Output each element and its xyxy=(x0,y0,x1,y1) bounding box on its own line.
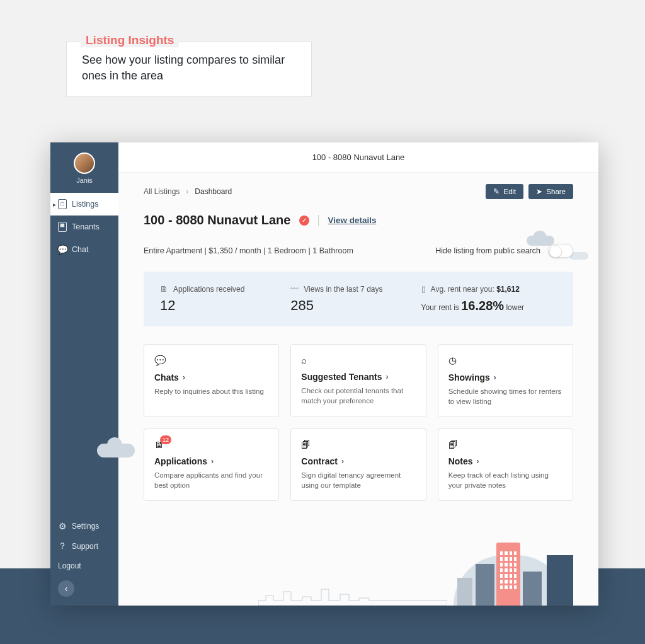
user-name: Janis xyxy=(50,176,118,184)
chevron-right-icon: › xyxy=(477,457,479,466)
sidebar: Janis □ Listings ▀ Tenants 💬 Chat ⚙ Sett… xyxy=(50,142,118,606)
hide-listing-toggle[interactable] xyxy=(548,244,573,258)
card-desc: Keep track of each listing using your pr… xyxy=(448,470,562,490)
chevron-right-icon: › xyxy=(341,457,344,466)
app-window: Janis □ Listings ▀ Tenants 💬 Chat ⚙ Sett… xyxy=(50,142,598,606)
avatar-icon xyxy=(74,152,95,174)
stat-avg-rent: ▯ Avg. rent near you: $1,612 Your rent i… xyxy=(421,284,557,314)
breadcrumb-current: Dashboard xyxy=(195,187,232,196)
card-title: Showings xyxy=(448,372,490,382)
primary-nav: □ Listings ▀ Tenants 💬 Chat xyxy=(50,193,118,261)
chevron-right-icon: › xyxy=(494,373,496,382)
contract-icon: 🗐 xyxy=(301,439,311,450)
building-icon: ▯ xyxy=(421,284,426,294)
rent-pct: 16.28% xyxy=(461,299,504,313)
title-row: 100 - 8080 Nunavut Lane ✓ View details xyxy=(144,213,573,227)
header-row: All Listings › Dashboard ✎ Edit ➤ Share xyxy=(144,184,573,199)
insights-description: See how your listing compares to similar… xyxy=(82,52,296,84)
trend-icon: 〰 xyxy=(290,284,299,294)
stat-label: Applications received xyxy=(173,285,244,294)
card-desc: Compare applicants and find your best op… xyxy=(154,470,268,490)
cloud-icon xyxy=(97,444,135,457)
stat-label: Avg. rent near you: xyxy=(431,285,494,294)
sidebar-item-support[interactable]: ？ Support xyxy=(50,536,118,556)
insights-title: Listing Insights xyxy=(81,33,179,47)
verified-badge-icon: ✓ xyxy=(299,216,309,226)
avg-rent-value: $1,612 xyxy=(496,285,520,294)
breadcrumb: All Listings › Dashboard xyxy=(144,187,232,196)
card-desc: Sign digital tenancy agreement using our… xyxy=(301,470,415,490)
card-showings[interactable]: ◷ Showings › Schedule showing times for … xyxy=(438,344,573,417)
stat-value: 12 xyxy=(160,297,278,314)
sidebar-item-label: Settings xyxy=(72,522,99,531)
card-contract[interactable]: 🗐 Contract › Sign digital tenancy agreem… xyxy=(290,428,426,501)
gear-icon: ⚙ xyxy=(58,521,67,531)
rent-comparison: Your rent is 16.28% lower xyxy=(421,299,557,313)
divider xyxy=(318,215,319,226)
card-desc: Schedule showing times for renters to vi… xyxy=(448,386,562,406)
chat-icon: 💬 xyxy=(58,244,67,255)
card-desc: Reply to inquiries about this listing xyxy=(154,386,268,396)
card-notes[interactable]: 🗐 Notes › Keep track of each listing usi… xyxy=(438,428,573,501)
badge-count: 12 xyxy=(160,435,171,444)
card-chats[interactable]: 💬 Chats › Reply to inquiries about this … xyxy=(144,344,279,417)
avatar-zone[interactable]: Janis xyxy=(50,142,118,193)
clock-icon: ◷ xyxy=(448,355,457,366)
cards-grid: 💬 Chats › Reply to inquiries about this … xyxy=(144,344,573,501)
chevron-right-icon: › xyxy=(211,457,214,466)
meta-row: Entire Apartment | $1,350 / month | 1 Be… xyxy=(144,244,573,258)
stat-views: 〰 Views in the last 7 days 285 xyxy=(290,284,408,314)
button-label: Share xyxy=(546,188,566,195)
card-suggested-tenants[interactable]: ⌕ Suggested Tenants › Check out potentia… xyxy=(290,344,426,417)
sidebar-item-label: Chat xyxy=(72,245,88,254)
button-label: Edit xyxy=(503,188,516,195)
skyline-icon xyxy=(258,582,447,606)
window-title: 100 - 8080 Nunavut Lane xyxy=(118,142,598,173)
card-title: Contract xyxy=(301,456,338,466)
send-icon: ➤ xyxy=(536,187,542,196)
content: All Listings › Dashboard ✎ Edit ➤ Share xyxy=(118,173,598,606)
card-desc: Check out potential tenants that match y… xyxy=(301,386,415,406)
edit-button[interactable]: ✎ Edit xyxy=(486,184,523,199)
stat-value: 285 xyxy=(290,297,408,314)
sidebar-item-label: Logout xyxy=(58,561,81,570)
sidebar-item-tenants[interactable]: ▀ Tenants xyxy=(50,216,118,238)
sidebar-item-label: Listings xyxy=(72,200,98,209)
card-title: Suggested Tenants xyxy=(301,372,382,382)
hide-listing-toggle-row: Hide listing from public search xyxy=(435,244,573,258)
pencil-icon: ✎ xyxy=(493,187,499,196)
sidebar-item-logout[interactable]: Logout xyxy=(50,556,118,575)
help-icon: ？ xyxy=(58,541,67,551)
stat-label: Views in the last 7 days xyxy=(304,285,382,294)
chevron-left-icon: ‹ xyxy=(65,584,68,594)
view-details-link[interactable]: View details xyxy=(328,216,376,225)
city-illustration xyxy=(384,530,586,606)
sidebar-item-listings[interactable]: □ Listings xyxy=(50,193,118,216)
chevron-right-icon: › xyxy=(183,373,185,382)
listing-meta: Entire Apartment | $1,350 / month | 1 Be… xyxy=(144,246,353,255)
stat-applications: 🗎 Applications received 12 xyxy=(160,284,278,314)
sidebar-item-label: Support xyxy=(72,542,98,551)
card-title: Notes xyxy=(448,456,473,466)
header-actions: ✎ Edit ➤ Share xyxy=(486,184,573,199)
chevron-right-icon: › xyxy=(385,372,388,381)
toggle-label: Hide listing from public search xyxy=(435,246,540,255)
secondary-nav: ⚙ Settings ？ Support Logout xyxy=(50,516,118,575)
chevron-right-icon: › xyxy=(186,187,188,196)
tenants-icon: ▀ xyxy=(58,222,67,232)
listings-icon: □ xyxy=(58,199,67,209)
applications-icon: 🗎 12 xyxy=(154,439,164,450)
main-panel: 100 - 8080 Nunavut Lane All Listings › D… xyxy=(118,142,598,606)
share-button[interactable]: ➤ Share xyxy=(528,184,573,199)
page-title: 100 - 8080 Nunavut Lane xyxy=(144,213,290,227)
sidebar-item-settings[interactable]: ⚙ Settings xyxy=(50,516,118,536)
card-applications[interactable]: 🗎 12 Applications › Compare applicants a… xyxy=(144,428,279,501)
insights-callout: Listing Insights See how your listing co… xyxy=(66,42,312,97)
breadcrumb-root[interactable]: All Listings xyxy=(144,187,180,196)
sidebar-item-label: Tenants xyxy=(72,222,100,231)
document-icon: 🗎 xyxy=(160,284,168,294)
sidebar-item-chat[interactable]: 💬 Chat xyxy=(50,238,118,261)
stats-band: 🗎 Applications received 12 〰 Views in th… xyxy=(144,272,573,326)
collapse-sidebar-button[interactable]: ‹ xyxy=(58,580,74,597)
notes-icon: 🗐 xyxy=(448,439,458,450)
